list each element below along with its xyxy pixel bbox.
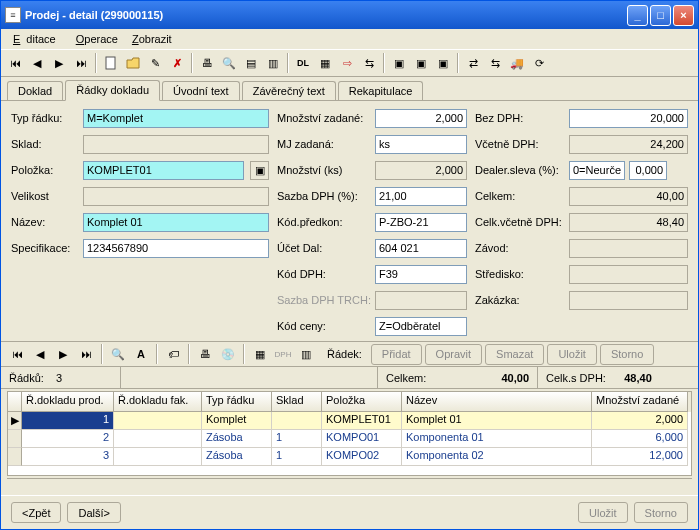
bez-dph-field[interactable]: 20,000 [569, 109, 688, 128]
cdph-status-label: Celk.s DPH: [546, 372, 606, 384]
ulozit-button[interactable]: Uložit [547, 344, 597, 365]
ucet-dal-field[interactable]: 604 021 [375, 239, 467, 258]
radku-label: Řádků: [9, 372, 44, 384]
bottom-bar: < Zpět Další > Uložit Storno [1, 495, 698, 529]
delete-icon[interactable]: ✗ [167, 53, 187, 73]
list-icon[interactable]: ▦ [315, 53, 335, 73]
tabs: Doklad Řádky dokladu Úvodní text Závěreč… [1, 79, 698, 101]
doc1-icon[interactable]: ▤ [241, 53, 261, 73]
row-prev-icon[interactable]: ◀ [30, 344, 50, 364]
smazat-button[interactable]: Smazat [485, 344, 544, 365]
truck-icon[interactable]: 🚚 [507, 53, 527, 73]
mj-zadana-field[interactable]: ks [375, 135, 467, 154]
tab-doklad[interactable]: Doklad [7, 81, 63, 100]
row-dph-icon[interactable]: DPH [273, 344, 293, 364]
dalsi-button[interactable]: Další > [67, 502, 121, 523]
polozka-field[interactable]: KOMPLET01 [83, 161, 244, 180]
grid-header-marker[interactable] [8, 392, 22, 412]
typ-radku-field[interactable]: M=Komplet [83, 109, 269, 128]
grid-header-rdokladu-fak[interactable]: Ř.dokladu fak. [114, 392, 202, 412]
preview-icon[interactable]: 🔍 [219, 53, 239, 73]
table-row[interactable]: ▶1KompletKOMPLET01Komplet 012,000 [8, 412, 691, 430]
row-grid-icon[interactable]: ▦ [250, 344, 270, 364]
maximize-button[interactable]: □ [650, 5, 671, 26]
row-next-icon[interactable]: ▶ [53, 344, 73, 364]
velikost-label: Velikost [11, 190, 79, 202]
sazba-dph-label: Sazba DPH (%): [277, 190, 371, 202]
row-tag-icon[interactable]: 🏷 [163, 344, 183, 364]
link2-icon[interactable]: ⇆ [485, 53, 505, 73]
bottom-ulozit-button[interactable]: Uložit [578, 502, 628, 523]
refresh-icon[interactable]: ⟳ [529, 53, 549, 73]
mnozstvi-zadane-field[interactable]: 2,000 [375, 109, 467, 128]
row-last-icon[interactable]: ⏭ [76, 344, 96, 364]
kod-ceny-field[interactable]: Z=Odběratel [375, 317, 467, 336]
nav-prev-icon[interactable]: ◀ [27, 53, 47, 73]
grid-header-polozka[interactable]: Položka [322, 392, 402, 412]
bez-dph-label: Bez DPH: [475, 112, 565, 124]
window-title: Prodej - detail (299000115) [25, 9, 627, 21]
table-row[interactable]: 2Zásoba1KOMPO01Komponenta 016,000 [8, 430, 691, 448]
action3-icon[interactable]: ▣ [433, 53, 453, 73]
polozka-lookup-button[interactable]: ▣ [250, 161, 269, 180]
edit-icon[interactable]: ✎ [145, 53, 165, 73]
bottom-storno-button[interactable]: Storno [634, 502, 688, 523]
tab-zaverecny-text[interactable]: Závěrečný text [242, 81, 336, 100]
transfer-icon[interactable]: ⇆ [359, 53, 379, 73]
nazev-field[interactable]: Komplet 01 [83, 213, 269, 232]
zpet-button[interactable]: < Zpět [11, 502, 61, 523]
new-icon[interactable] [101, 53, 121, 73]
row-first-icon[interactable]: ⏮ [7, 344, 27, 364]
close-button[interactable]: × [673, 5, 694, 26]
row-disc-icon[interactable]: 💿 [218, 344, 238, 364]
menu-zobrazit[interactable]: Zobrazit [126, 32, 178, 46]
kod-dph-field[interactable]: F39 [375, 265, 467, 284]
doc2-icon[interactable]: ▥ [263, 53, 283, 73]
minimize-button[interactable]: _ [627, 5, 648, 26]
action1-icon[interactable]: ▣ [389, 53, 409, 73]
dl-icon[interactable]: DL [293, 53, 313, 73]
nav-first-icon[interactable]: ⏮ [5, 53, 25, 73]
nazev-label: Název: [11, 216, 79, 228]
specifikace-field[interactable]: 1234567890 [83, 239, 269, 258]
opravit-button[interactable]: Opravit [425, 344, 482, 365]
svg-rect-0 [106, 57, 115, 69]
storno-button[interactable]: Storno [600, 344, 654, 365]
open-icon[interactable] [123, 53, 143, 73]
link1-icon[interactable]: ⇄ [463, 53, 483, 73]
kod-predkon-field[interactable]: P-ZBO-21 [375, 213, 467, 232]
tab-uvodni-text[interactable]: Úvodní text [162, 81, 240, 100]
action2-icon[interactable]: ▣ [411, 53, 431, 73]
nav-next-icon[interactable]: ▶ [49, 53, 69, 73]
row-print-icon[interactable]: 🖶 [195, 344, 215, 364]
menu-editace[interactable]: Editace [7, 32, 68, 46]
row-search-icon[interactable]: 🔍 [108, 344, 128, 364]
row-calendar-icon[interactable]: ▥ [296, 344, 316, 364]
ucet-dal-label: Účet Dal: [277, 242, 371, 254]
typ-radku-label: Typ řádku: [11, 112, 79, 124]
grid-header-sklad[interactable]: Sklad [272, 392, 322, 412]
dealer-sleva-type-field[interactable]: 0=Neurče [569, 161, 625, 180]
grid-header-nazev[interactable]: Název [402, 392, 592, 412]
grid-header-typ-radku[interactable]: Typ řádku [202, 392, 272, 412]
menu-operace[interactable]: Operace [70, 32, 124, 46]
grid-header-rdokladu-prod[interactable]: Ř.dokladu prod. [22, 392, 114, 412]
tab-rekapitulace[interactable]: Rekapitulace [338, 81, 424, 100]
main-toolbar: ⏮ ◀ ▶ ⏭ ✎ ✗ 🖶 🔍 ▤ ▥ DL ▦ ⇨ ⇆ ▣ ▣ ▣ ⇄ ⇆ 🚚… [1, 49, 698, 77]
print-icon[interactable]: 🖶 [197, 53, 217, 73]
celk-vcetne-dph-label: Celk.včetně DPH: [475, 216, 565, 228]
tab-radky-dokladu[interactable]: Řádky dokladu [65, 80, 160, 101]
grid-header-mnozstvi[interactable]: Množství zadané [592, 392, 688, 412]
nav-last-icon[interactable]: ⏭ [71, 53, 91, 73]
status-row: Řádků: 3 Celkem: 40,00 Celk.s DPH: 48,40 [1, 367, 698, 389]
table-row[interactable]: 3Zásoba1KOMPO02Komponenta 0212,000 [8, 448, 691, 466]
row-toolbar: ⏮ ◀ ▶ ⏭ 🔍 A 🏷 🖶 💿 ▦ DPH ▥ Řádek: Přidat … [1, 341, 698, 367]
data-grid[interactable]: Ř.dokladu prod. Ř.dokladu fak. Typ řádku… [7, 391, 692, 476]
sazba-dph-field[interactable]: 21,00 [375, 187, 467, 206]
pridat-button[interactable]: Přidat [371, 344, 422, 365]
horizontal-scrollbar[interactable] [7, 478, 692, 495]
export-icon[interactable]: ⇨ [337, 53, 357, 73]
dealer-sleva-value-field[interactable]: 0,000 [629, 161, 667, 180]
row-font-icon[interactable]: A [131, 344, 151, 364]
sazba-dph-trch-field [375, 291, 467, 310]
